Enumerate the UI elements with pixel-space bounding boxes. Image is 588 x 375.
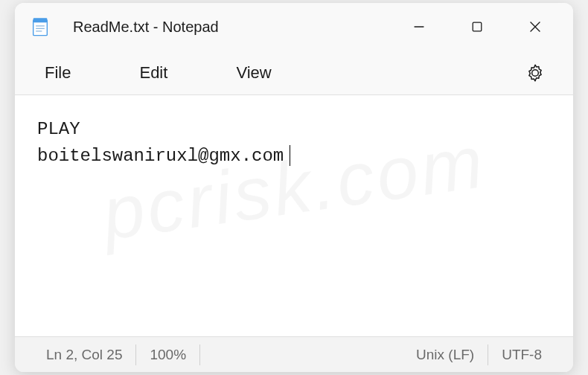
statusbar: Ln 2, Col 25 100% Unix (LF) UTF-8 [15, 336, 573, 372]
svg-rect-1 [33, 18, 48, 22]
titlebar: ReadMe.txt - Notepad [15, 3, 573, 51]
status-encoding: UTF-8 [488, 343, 555, 367]
editor-line-1: PLAY [37, 119, 80, 139]
editor-line-2: boitelswaniruxl@gmx.com [37, 146, 284, 166]
status-lineending: Unix (LF) [403, 343, 488, 367]
text-caret [290, 145, 290, 166]
svg-rect-6 [473, 22, 482, 31]
status-position: Ln 2, Col 25 [33, 343, 135, 367]
divider [199, 344, 200, 365]
window-title: ReadMe.txt - Notepad [73, 19, 390, 36]
menu-edit[interactable]: Edit [132, 56, 175, 90]
menubar: File Edit View [15, 51, 573, 95]
gear-icon [525, 63, 545, 83]
notepad-window: ReadMe.txt - Notepad File Edit View PLAY… [15, 3, 573, 372]
status-zoom[interactable]: 100% [136, 343, 199, 367]
settings-button[interactable] [520, 57, 551, 89]
text-editor[interactable]: PLAY boitelswaniruxl@gmx.com [15, 95, 573, 336]
notepad-icon [30, 16, 51, 37]
menu-view[interactable]: View [229, 56, 278, 90]
menu-file[interactable]: File [37, 56, 78, 90]
close-button[interactable] [506, 6, 564, 48]
maximize-button[interactable] [448, 6, 506, 48]
window-controls [390, 6, 564, 48]
minimize-button[interactable] [390, 6, 448, 48]
